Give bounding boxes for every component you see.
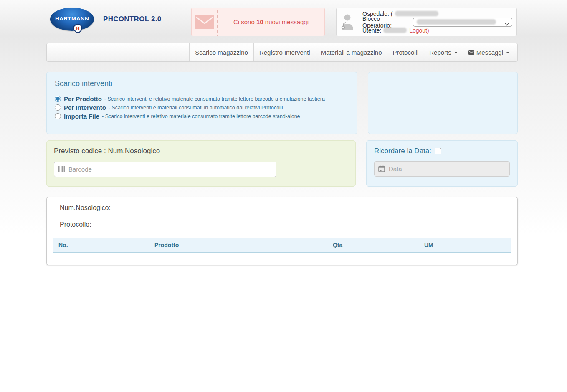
tab-materiali-magazzino[interactable]: Materiali a magazzino bbox=[316, 43, 387, 61]
date-panel-title: Ricordare la Data: bbox=[374, 147, 431, 155]
calendar-icon bbox=[378, 165, 385, 174]
tab-registro-interventi[interactable]: Registro Interventi bbox=[254, 43, 316, 61]
per-prodotto-desc: - Scarico interventi e relativo material… bbox=[104, 96, 325, 102]
blocco-operatorio-select[interactable] bbox=[413, 18, 512, 27]
brand: HARTMANN H PHCONTROL 2.0 bbox=[50, 8, 162, 31]
chevron-down-icon bbox=[505, 20, 509, 27]
tab-protocolli[interactable]: Protocolli bbox=[387, 43, 424, 61]
per-prodotto-label[interactable]: Per Prodotto bbox=[64, 95, 102, 102]
scarico-interventi-title: Scarico interventi bbox=[55, 79, 349, 88]
utente-value-redacted bbox=[383, 28, 407, 33]
importa-file-label[interactable]: Importa File bbox=[64, 113, 99, 120]
num-nosologico-label: Num.Nosologico: bbox=[53, 204, 511, 212]
barcode-input-wrap bbox=[54, 162, 276, 177]
hartmann-logo: HARTMANN H bbox=[50, 8, 94, 31]
blocco-line: Blocco Operatorio: bbox=[362, 18, 512, 26]
importa-file-desc: - Scarico interventi e relativo material… bbox=[102, 114, 300, 119]
utente-line: Utente: Logout) bbox=[362, 26, 512, 34]
column-header-um: UM bbox=[419, 238, 511, 253]
date-input-wrap bbox=[374, 161, 510, 177]
barcode-input[interactable] bbox=[54, 162, 276, 177]
column-header-prodotto: Prodotto bbox=[149, 238, 328, 253]
remember-date-checkbox[interactable] bbox=[435, 148, 441, 154]
page-container: HARTMANN H PHCONTROL 2.0 Ci sono 10 nuov… bbox=[46, 8, 518, 265]
column-header-no: No. bbox=[53, 238, 149, 253]
logout-link[interactable]: Logout) bbox=[409, 27, 429, 34]
user-info-box: Ospedale: ( Blocco Operatorio: Utente: bbox=[336, 8, 517, 36]
details-panel: Num.Nosologico: Protocollo: No. Prodotto… bbox=[46, 197, 518, 265]
caret-down-icon bbox=[454, 52, 458, 53]
products-table-header-row: No. Prodotto Qta UM bbox=[53, 238, 511, 253]
scarico-interventi-panel: Scarico interventi Per Prodotto - Scaric… bbox=[46, 72, 357, 134]
utente-label: Utente: bbox=[362, 27, 381, 34]
tab-messaggi[interactable]: Messaggi bbox=[463, 43, 515, 61]
barcode-panel-title: Previsto codice : Num.Nosologico bbox=[54, 147, 348, 155]
per-intervento-label[interactable]: Per Intervento bbox=[64, 104, 106, 111]
page-title: PHCONTROL 2.0 bbox=[103, 15, 162, 23]
tab-scarico-magazzino[interactable]: Scarico magazzino bbox=[189, 43, 254, 61]
barcode-icon bbox=[58, 166, 65, 174]
user-info-lines: Ospedale: ( Blocco Operatorio: Utente: bbox=[357, 8, 516, 36]
option-per-prodotto[interactable]: Per Prodotto - Scarico interventi e rela… bbox=[55, 94, 349, 103]
main-nav: Scarico magazzino Registro Interventi Ma… bbox=[46, 43, 518, 62]
hartmann-badge-icon: H bbox=[73, 24, 82, 33]
protocollo-label: Protocollo: bbox=[53, 221, 511, 228]
caret-down-icon bbox=[506, 52, 509, 53]
barcode-panel: Previsto codice : Num.Nosologico bbox=[46, 140, 356, 187]
new-messages-alert: Ci sono 10 nuovi messaggi bbox=[191, 8, 325, 36]
option-importa-file[interactable]: Importa File - Scarico interventi e rela… bbox=[55, 112, 349, 121]
blocco-value-redacted bbox=[417, 19, 496, 25]
envelope-icon bbox=[192, 8, 218, 36]
ospedale-value-redacted bbox=[395, 11, 438, 16]
column-header-qta: Qta bbox=[328, 238, 419, 253]
date-panel: Ricordare la Data: bbox=[366, 140, 518, 187]
date-input[interactable] bbox=[374, 161, 510, 177]
products-table: No. Prodotto Qta UM bbox=[53, 238, 511, 253]
messages-count: 10 bbox=[256, 18, 263, 25]
per-prodotto-radio[interactable] bbox=[55, 96, 61, 102]
empty-info-panel bbox=[368, 72, 518, 134]
per-intervento-desc: - Scarico interventi e materiali consuma… bbox=[109, 105, 283, 111]
messages-count-text: Ci sono 10 nuovi messaggi bbox=[218, 8, 324, 36]
per-intervento-radio[interactable] bbox=[55, 104, 61, 111]
option-per-intervento[interactable]: Per Intervento - Scarico interventi e ma… bbox=[55, 103, 349, 112]
importa-file-radio[interactable] bbox=[55, 113, 61, 119]
logo-text: HARTMANN bbox=[55, 15, 89, 22]
envelope-icon bbox=[468, 50, 474, 55]
tab-reports[interactable]: Reports bbox=[424, 43, 463, 61]
header: HARTMANN H PHCONTROL 2.0 Ci sono 10 nuov… bbox=[46, 8, 518, 36]
doctor-icon bbox=[337, 8, 357, 36]
